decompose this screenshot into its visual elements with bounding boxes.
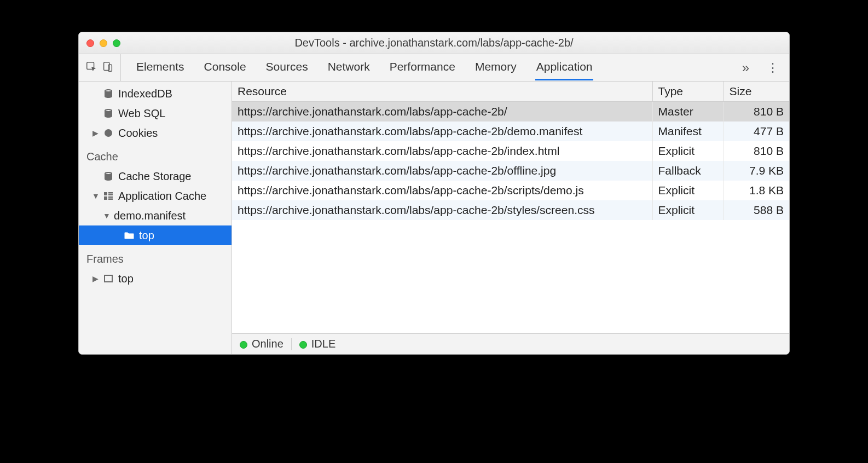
tab-sources[interactable]: Sources [265,55,309,80]
application-sidebar: IndexedDB Web SQL ▶ Cookies Cache Cache … [79,82,232,354]
cell-size: 810 B [724,141,789,161]
cell-resource: https://archive.jonathanstark.com/labs/a… [232,121,652,141]
cell-type: Explicit [652,141,724,161]
minimize-icon[interactable] [100,39,107,47]
cell-type: Fallback [652,161,724,181]
sidebar-item-manifest[interactable]: ▼ demo.manifest [79,206,232,225]
tab-network[interactable]: Network [327,55,371,80]
sidebar-section-frames: Frames [79,245,232,269]
tab-performance[interactable]: Performance [389,55,456,80]
cell-resource: https://archive.jonathanstark.com/labs/a… [232,102,652,122]
sidebar-label: Cookies [118,127,158,140]
svg-point-3 [105,129,112,137]
sidebar-item-top-frame[interactable]: top [79,225,232,245]
settings-menu-icon[interactable] [757,61,789,75]
cell-resource: https://archive.jonathanstark.com/labs/a… [232,141,652,161]
tab-memory[interactable]: Memory [474,55,518,80]
svg-rect-11 [108,196,113,198]
sidebar-item-websql[interactable]: Web SQL [79,103,232,123]
table-row[interactable]: https://archive.jonathanstark.com/labs/a… [232,141,789,161]
cell-size: 7.9 KB [724,161,789,181]
window-controls [86,39,120,47]
sidebar-label: top [118,273,134,285]
svg-rect-10 [104,196,107,200]
svg-rect-8 [108,192,113,194]
sidebar-label: Cache Storage [118,170,191,183]
sidebar-item-application-cache[interactable]: ▼ Application Cache [79,186,232,206]
cell-type: Manifest [652,121,724,141]
tab-elements[interactable]: Elements [135,55,186,80]
sidebar-item-cookies[interactable]: ▶ Cookies [79,123,232,143]
device-toolbar-icon[interactable] [102,61,114,75]
svg-point-5 [109,131,110,132]
maximize-icon[interactable] [113,39,120,47]
cell-resource: https://archive.jonathanstark.com/labs/a… [232,161,652,181]
sidebar-label: demo.manifest [114,210,186,222]
svg-rect-7 [104,192,107,195]
tab-application[interactable]: Application [535,55,594,80]
window-title: DevTools - archive.jonathanstark.com/lab… [79,37,789,49]
chevron-down-icon[interactable]: ▼ [92,192,99,200]
cell-resource: https://archive.jonathanstark.com/labs/a… [232,200,652,220]
appcache-resource-table: Resource Type Size https://archive.jonat… [232,82,789,220]
cell-size: 810 B [724,102,789,122]
svg-rect-13 [105,275,112,282]
sidebar-label: Web SQL [118,107,165,120]
close-icon[interactable] [86,39,94,47]
svg-rect-12 [108,199,113,200]
status-idle: IDLE [299,338,335,350]
chevron-right-icon[interactable]: ▶ [92,129,99,137]
sidebar-section-cache: Cache [79,143,232,166]
idle-indicator-icon [299,341,307,349]
inspect-element-icon[interactable] [85,61,97,75]
col-header-type[interactable]: Type [652,82,724,102]
cell-size: 477 B [724,121,789,141]
cell-size: 588 B [724,200,789,220]
svg-point-4 [106,131,107,132]
table-row[interactable]: https://archive.jonathanstark.com/labs/a… [232,200,789,220]
titlebar: DevTools - archive.jonathanstark.com/lab… [79,32,789,54]
tabs-overflow-icon[interactable]: » [734,60,757,76]
sidebar-item-frame-top[interactable]: ▶ top [79,269,232,288]
online-indicator-icon [240,341,247,349]
main-panel: Resource Type Size https://archive.jonat… [232,82,789,354]
table-row[interactable]: https://archive.jonathanstark.com/labs/a… [232,161,789,181]
panel-tabs: Elements Console Sources Network Perform… [135,55,734,80]
table-row[interactable]: https://archive.jonathanstark.com/labs/a… [232,181,789,200]
table-row[interactable]: https://archive.jonathanstark.com/labs/a… [232,121,789,141]
svg-point-6 [108,134,109,135]
status-bar: Online IDLE [232,333,789,354]
cell-type: Explicit [652,181,724,200]
sidebar-label: IndexedDB [118,88,172,100]
sidebar-item-cache-storage[interactable]: Cache Storage [79,166,232,186]
chevron-right-icon[interactable]: ▶ [92,274,99,283]
sidebar-label: top [139,229,154,242]
chevron-down-icon[interactable]: ▼ [103,211,109,220]
devtools-window: DevTools - archive.jonathanstark.com/lab… [78,32,790,355]
status-online: Online [240,338,283,350]
divider [291,338,292,350]
col-header-size[interactable]: Size [724,82,789,102]
cell-resource: https://archive.jonathanstark.com/labs/a… [232,181,652,200]
sidebar-label: Application Cache [118,190,206,202]
sidebar-item-indexeddb[interactable]: IndexedDB [79,84,232,103]
svg-rect-9 [108,194,113,196]
table-row[interactable]: https://archive.jonathanstark.com/labs/a… [232,102,789,122]
devtools-tabbar: Elements Console Sources Network Perform… [79,54,789,82]
cell-type: Master [652,102,724,122]
tab-console[interactable]: Console [203,55,247,80]
cell-type: Explicit [652,200,724,220]
cell-size: 1.8 KB [724,181,789,200]
col-header-resource[interactable]: Resource [232,82,652,102]
